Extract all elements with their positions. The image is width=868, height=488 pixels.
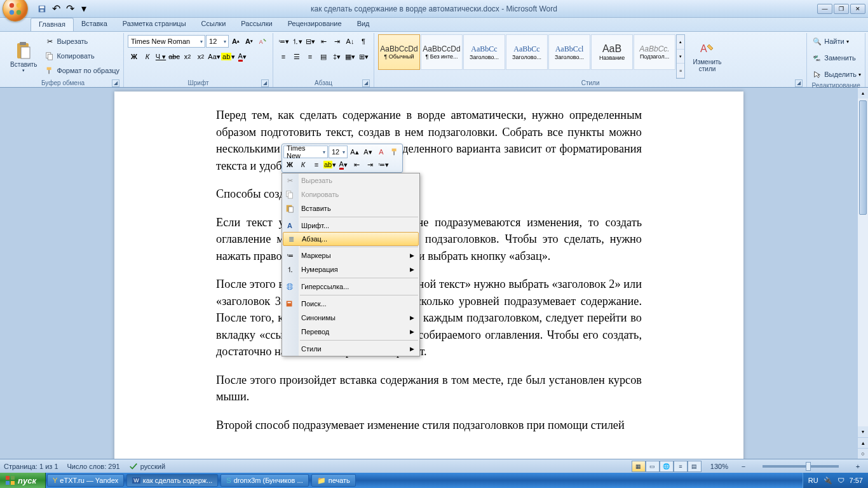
- style-heading1[interactable]: AaBbCcЗаголово...: [463, 34, 505, 70]
- tab-references[interactable]: Ссылки: [194, 18, 234, 31]
- paragraph-3[interactable]: Если текст уже набран полностью и не под…: [216, 214, 642, 265]
- shrink-font-button[interactable]: A▾: [243, 35, 255, 48]
- cm-hyperlink[interactable]: Гиперссылка...: [282, 280, 419, 294]
- shading-button[interactable]: ▦▾: [344, 50, 356, 63]
- replace-button[interactable]: abac: [811, 51, 824, 64]
- scroll-down-button[interactable]: ▾: [858, 426, 868, 437]
- tray-network-icon[interactable]: 🔌: [824, 477, 832, 485]
- style-subtitle[interactable]: AaBbCc.Подзагол...: [634, 34, 675, 70]
- numbering-button[interactable]: ⒈▾: [290, 35, 303, 48]
- scroll-thumb[interactable]: [859, 100, 867, 215]
- cut-button[interactable]: ✂: [43, 35, 56, 48]
- tab-review[interactable]: Рецензирование: [280, 18, 349, 31]
- minimize-button[interactable]: —: [817, 4, 832, 14]
- decrease-indent-button[interactable]: ⇤: [317, 35, 330, 48]
- mini-font-size[interactable]: 12: [329, 146, 348, 158]
- format-painter-button[interactable]: [43, 64, 56, 77]
- font-size-combo[interactable]: 12: [206, 35, 229, 48]
- mini-font-color[interactable]: A▾: [337, 158, 349, 171]
- align-center-button[interactable]: ☰: [290, 50, 303, 63]
- cm-styles[interactable]: Стили▶: [282, 342, 419, 356]
- copy-button[interactable]: [43, 50, 56, 62]
- grow-font-button[interactable]: A▴: [229, 35, 242, 48]
- paragraph-6[interactable]: Второй способ подразумевает изменение ст…: [216, 417, 642, 434]
- paste-button[interactable]: Вставить ▾: [6, 34, 41, 79]
- tab-insert[interactable]: Вставка: [74, 18, 115, 31]
- mini-center[interactable]: ≡: [310, 158, 323, 171]
- paragraph-4[interactable]: После этого в открывшемся окне «основной…: [216, 276, 642, 360]
- font-name-combo[interactable]: Times New Roman: [128, 35, 205, 48]
- style-normal[interactable]: AaBbCcDd¶ Обычный: [378, 34, 420, 70]
- mini-increase-indent[interactable]: ⇥: [363, 158, 376, 171]
- taskbar-item[interactable]: YeTXT.ru — Yandex: [47, 474, 124, 487]
- tray-shield-icon[interactable]: 🛡: [837, 477, 844, 484]
- taskbar-item[interactable]: 📁печать: [311, 474, 356, 487]
- browse-prev[interactable]: ▴: [858, 437, 868, 448]
- style-title[interactable]: AaBНазвание: [591, 34, 633, 70]
- font-color-button[interactable]: A▾: [236, 50, 248, 63]
- start-button[interactable]: пуск: [0, 473, 46, 488]
- find-button[interactable]: 🔍: [811, 35, 824, 48]
- mini-styles[interactable]: A: [375, 146, 388, 158]
- change-case-button[interactable]: Aa▾: [208, 50, 220, 63]
- paragraph-1[interactable]: Перед тем, как сделать содержание в ворд…: [216, 107, 642, 174]
- italic-button[interactable]: К: [141, 50, 154, 63]
- tab-home[interactable]: Главная: [31, 18, 74, 31]
- zoom-slider[interactable]: [763, 465, 839, 468]
- cm-copy[interactable]: Копировать: [282, 187, 419, 201]
- mini-bullets[interactable]: ≔▾: [377, 158, 390, 171]
- tray-lang[interactable]: RU: [808, 477, 818, 484]
- restore-button[interactable]: ❐: [834, 4, 849, 14]
- qat-undo[interactable]: ↶: [50, 3, 62, 15]
- underline-button[interactable]: Ч ▾: [154, 50, 167, 63]
- cm-synonyms[interactable]: Синонимы▶: [282, 311, 419, 325]
- gallery-more[interactable]: ≡: [677, 64, 684, 78]
- sort-button[interactable]: A↓: [344, 35, 356, 48]
- change-styles-button[interactable]: A Изменить стили: [688, 34, 727, 79]
- tab-page-layout[interactable]: Разметка страницы: [115, 18, 194, 31]
- mini-shrink-font[interactable]: A▾: [362, 146, 374, 158]
- tab-mailings[interactable]: Рассылки: [233, 18, 280, 31]
- zoom-slider-thumb[interactable]: [806, 462, 811, 471]
- align-left-button[interactable]: ≡: [277, 50, 290, 63]
- status-language[interactable]: русский: [129, 462, 165, 471]
- view-web[interactable]: 🌐: [660, 461, 674, 472]
- cm-lookup[interactable]: Поиск...: [282, 297, 419, 311]
- line-spacing-button[interactable]: ‡▾: [330, 50, 343, 63]
- tab-view[interactable]: Вид: [349, 18, 377, 31]
- highlight-button[interactable]: ab▾: [221, 50, 235, 63]
- superscript-button[interactable]: x2: [194, 50, 207, 63]
- zoom-in-button[interactable]: +: [851, 460, 864, 473]
- bold-button[interactable]: Ж: [128, 50, 140, 63]
- show-marks-button[interactable]: ¶: [357, 35, 370, 48]
- status-page[interactable]: Страница: 1 из 1: [4, 463, 58, 470]
- increase-indent-button[interactable]: ⇥: [330, 35, 343, 48]
- align-right-button[interactable]: ≡: [304, 50, 316, 63]
- qat-save[interactable]: [36, 3, 48, 15]
- mini-grow-font[interactable]: A▴: [348, 146, 361, 158]
- justify-button[interactable]: ▤: [317, 50, 330, 63]
- mini-decrease-indent[interactable]: ⇤: [350, 158, 363, 171]
- font-dialog-launcher[interactable]: ◢: [261, 79, 269, 87]
- mini-highlight[interactable]: ab▾: [323, 158, 336, 171]
- cm-numbering[interactable]: ⒈Нумерация▶: [282, 262, 419, 276]
- zoom-level[interactable]: 130%: [710, 463, 728, 470]
- tray-clock[interactable]: 7:57: [850, 477, 863, 484]
- document-page[interactable]: Перед тем, как сделать содержание в ворд…: [114, 92, 743, 459]
- mini-bold[interactable]: Ж: [283, 158, 296, 171]
- status-words[interactable]: Число слов: 291: [67, 463, 120, 470]
- strikethrough-button[interactable]: abc: [168, 50, 180, 63]
- scroll-up-button[interactable]: ▴: [858, 88, 868, 98]
- cm-bullets[interactable]: ≔Маркеры▶: [282, 248, 419, 262]
- multilevel-button[interactable]: ⊟▾: [304, 35, 316, 48]
- style-no-spacing[interactable]: AaBbCcDd¶ Без инте...: [421, 34, 463, 70]
- view-outline[interactable]: ≡: [674, 461, 688, 472]
- style-heading3[interactable]: AaBbCclЗаголово...: [548, 34, 590, 70]
- style-heading2[interactable]: AaBbCcЗаголово...: [506, 34, 548, 70]
- paragraph-2[interactable]: Способы создания содержания: [216, 186, 642, 203]
- qat-redo[interactable]: ↷: [64, 3, 76, 15]
- mini-font-name[interactable]: Times New: [283, 146, 328, 158]
- paragraph-dialog-launcher[interactable]: ◢: [362, 79, 370, 87]
- mini-italic[interactable]: К: [297, 158, 309, 171]
- close-button[interactable]: ✕: [850, 4, 865, 14]
